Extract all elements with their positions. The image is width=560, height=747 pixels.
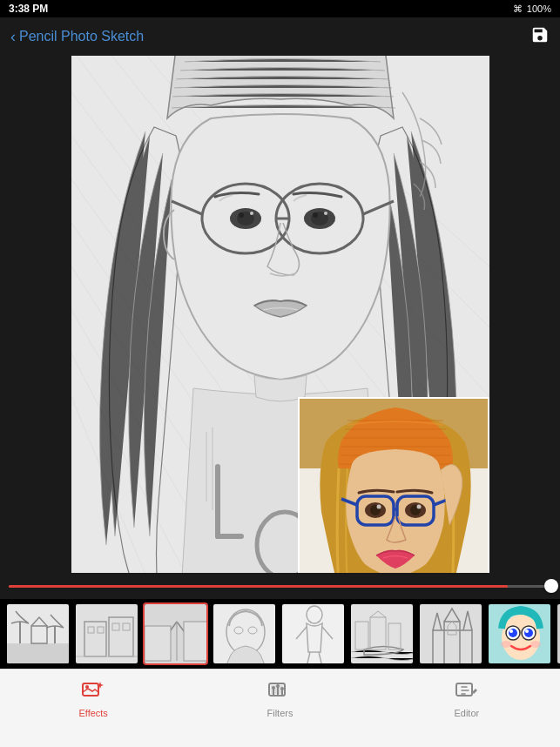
tab-filters[interactable]: Filters xyxy=(186,676,373,722)
original-photo-svg: L O O xyxy=(300,399,489,599)
tab-editor[interactable]: Editor xyxy=(374,676,560,722)
nav-title: Pencil Photo Sketch xyxy=(19,29,144,44)
status-bar: 3:38 PM ⌘ 100% xyxy=(0,0,560,17)
svg-point-97 xyxy=(524,629,533,637)
tab-bar: Effects Filters xyxy=(0,669,560,747)
svg-point-26 xyxy=(313,212,318,218)
svg-point-111 xyxy=(276,684,280,688)
svg-point-112 xyxy=(280,687,284,690)
filter-thumb-5[interactable] xyxy=(280,602,346,665)
svg-point-98 xyxy=(509,629,513,633)
svg-rect-74 xyxy=(184,622,208,661)
svg-point-23 xyxy=(250,212,253,215)
svg-point-27 xyxy=(324,212,327,215)
filter-strip xyxy=(0,599,560,669)
svg-rect-57 xyxy=(7,643,71,665)
status-time: 3:38 PM xyxy=(9,3,48,15)
effects-icon xyxy=(81,680,105,704)
battery-icon: 100% xyxy=(527,3,551,14)
editor-icon xyxy=(455,680,479,704)
tab-effects-label: Effects xyxy=(78,708,107,718)
filter-thumb-2[interactable] xyxy=(74,602,139,665)
svg-point-51 xyxy=(416,505,421,509)
slider-fill xyxy=(9,585,508,588)
save-icon xyxy=(530,25,550,44)
status-icons: ⌘ 100% xyxy=(513,3,551,15)
svg-point-110 xyxy=(272,686,275,690)
filter-thumb-1[interactable] xyxy=(5,602,71,665)
nav-bar: ‹ Pencil Photo Sketch xyxy=(0,17,560,56)
filters-icon xyxy=(267,680,292,704)
svg-point-22 xyxy=(239,212,244,218)
slider-container xyxy=(0,573,560,599)
filter-thumb-6[interactable] xyxy=(349,602,415,665)
svg-point-99 xyxy=(525,629,529,633)
sketch-container: L O O xyxy=(71,56,489,599)
tab-editor-label: Editor xyxy=(454,708,479,718)
filter-thumb-3[interactable] xyxy=(143,602,208,665)
slider-track[interactable] xyxy=(9,585,551,588)
svg-point-50 xyxy=(376,505,381,509)
svg-point-100 xyxy=(501,641,511,648)
svg-rect-73 xyxy=(145,626,171,661)
original-photo-overlay: L O O xyxy=(298,397,489,599)
main-canvas: L O O xyxy=(0,56,560,599)
tab-effects[interactable]: Effects xyxy=(0,676,186,722)
wifi-icon: ⌘ xyxy=(513,3,523,15)
svg-rect-85 xyxy=(351,604,415,665)
save-button[interactable] xyxy=(530,25,550,49)
svg-point-96 xyxy=(509,629,517,637)
filter-thumb-8[interactable] xyxy=(487,602,552,665)
back-button[interactable]: ‹ Pencil Photo Sketch xyxy=(10,29,144,44)
filter-thumb-9[interactable] xyxy=(556,602,560,665)
svg-rect-79 xyxy=(282,604,346,665)
filter-thumb-7[interactable] xyxy=(418,602,483,665)
svg-point-101 xyxy=(530,641,541,648)
tab-filters-label: Filters xyxy=(267,708,293,718)
slider-thumb[interactable] xyxy=(544,579,558,593)
chevron-left-icon: ‹ xyxy=(10,29,16,44)
filter-thumb-4[interactable] xyxy=(212,602,277,665)
